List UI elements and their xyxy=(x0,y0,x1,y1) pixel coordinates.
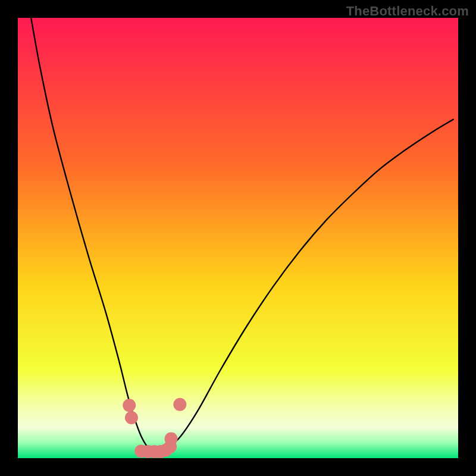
marker-dot xyxy=(123,399,136,412)
marker-dot xyxy=(125,411,138,424)
marker-dot xyxy=(173,398,186,411)
plot-area xyxy=(18,18,458,458)
chart-frame: TheBottleneck.com xyxy=(0,0,476,476)
gradient-background xyxy=(18,18,458,458)
marker-dot xyxy=(165,432,178,445)
watermark-text: TheBottleneck.com xyxy=(346,4,469,19)
chart-svg xyxy=(18,18,458,458)
